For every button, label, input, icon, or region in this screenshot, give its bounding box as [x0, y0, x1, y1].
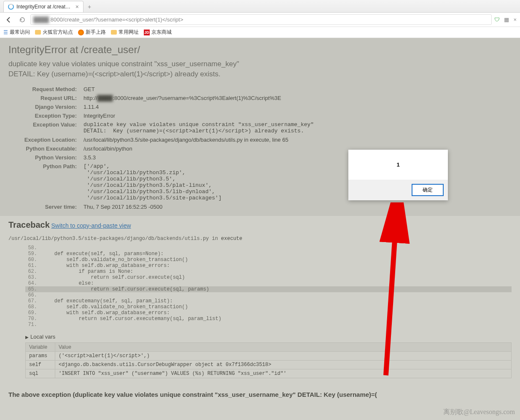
folder-icon — [35, 30, 41, 35]
url-text: 8000/create_user/?username=<script>alert… — [51, 16, 183, 23]
code-line: 66. — [25, 292, 512, 298]
code-line: 60. self.db.validate_no_broken_transacti… — [25, 257, 512, 263]
alert-ok-button[interactable]: 确定 — [412, 184, 444, 196]
code-line: 63. return self.cursor.execute(sql) — [25, 275, 512, 280]
bookmark-jd[interactable]: JD京东商城 — [144, 29, 172, 36]
traceback-heading: Traceback — [8, 220, 50, 229]
url-bar[interactable]: ████ 8000/create_user/?username=<script>… — [30, 14, 492, 25]
close-page-icon[interactable]: × — [513, 16, 517, 23]
qr-icon[interactable]: ▦ — [504, 16, 509, 23]
nav-bar: ████ 8000/create_user/?username=<script>… — [0, 13, 520, 27]
code-line: 64. else: — [25, 280, 512, 286]
browser-tab[interactable]: IntegrityError at /create_u × — [3, 1, 84, 12]
error-summary: duplicate key value violates unique cons… — [8, 59, 512, 79]
var-row: self<django.db.backends.utils.CursorDebu… — [26, 360, 512, 369]
alert-message: 1 — [348, 150, 448, 180]
code-line: 61. with self.db.wrap_database_errors: — [25, 263, 512, 269]
local-vars-table: VariableValue params('<script>alert(1)</… — [25, 342, 512, 378]
bookmark-most-visited[interactable]: ☰最常访问 — [3, 29, 30, 36]
code-line: 67. def executemany(self, sql, param_lis… — [25, 298, 512, 304]
code-line: 58. — [25, 245, 512, 251]
code-line: 69. with self.db.wrap_database_errors: — [25, 310, 512, 316]
var-row: params('<script>alert(1)</script>',) — [26, 351, 512, 360]
exception-chain-text: The above exception (duplicate key value… — [0, 382, 520, 407]
traceback-file: /usr/local/lib/python3.5/site-packages/d… — [8, 236, 512, 242]
django-error-page: IntegrityError at /create_user/ duplicat… — [0, 38, 520, 407]
tab-bar: IntegrityError at /create_u × + — [0, 0, 520, 13]
reload-button[interactable] — [17, 14, 28, 25]
tab-title: IntegrityError at /create_u — [16, 4, 73, 10]
firefox-icon — [78, 30, 84, 35]
loading-icon — [8, 4, 14, 10]
back-button[interactable] — [3, 14, 14, 25]
local-vars-toggle[interactable]: Local vars — [25, 334, 512, 340]
code-line: 62. if params is None: — [25, 269, 512, 275]
folder-icon — [111, 30, 117, 35]
bookmark-firefox-site[interactable]: 火狐官方站点 — [35, 29, 73, 36]
watermark: 离别歌@Leavesongs.com — [443, 408, 515, 417]
code-line: 68. self.db.validate_no_broken_transacti… — [25, 304, 512, 310]
var-row: sql'INSERT INTO "xss_user" ("username") … — [26, 369, 512, 378]
bookmark-bar: ☰最常访问 火狐官方站点 新手上路 常用网址 JD京东商城 — [0, 27, 520, 38]
code-block: 58.59. def execute(self, sql, params=Non… — [25, 245, 512, 328]
bookmark-common-urls[interactable]: 常用网址 — [111, 29, 139, 36]
new-tab-button[interactable]: + — [88, 3, 91, 10]
alert-dialog: 1 确定 — [348, 150, 448, 200]
url-host-blur: ████ — [33, 16, 49, 23]
traceback-section: Traceback Switch to copy-and-paste view … — [0, 216, 520, 382]
code-line: 70. return self.cursor.executemany(sql, … — [25, 316, 512, 322]
bookmark-getting-started[interactable]: 新手上路 — [78, 29, 106, 36]
error-title: IntegrityError at /create_user/ — [8, 44, 512, 56]
code-line: 59. def execute(self, sql, params=None): — [25, 251, 512, 257]
code-line: 65. return self.cursor.execute(sql, para… — [25, 286, 512, 292]
code-line: 71. — [25, 322, 512, 328]
close-icon[interactable]: × — [75, 3, 79, 10]
jd-icon: JD — [144, 30, 150, 35]
switch-view-link[interactable]: Switch to copy-and-paste view — [51, 222, 131, 229]
shield-icon[interactable]: 🛡 — [494, 16, 500, 23]
